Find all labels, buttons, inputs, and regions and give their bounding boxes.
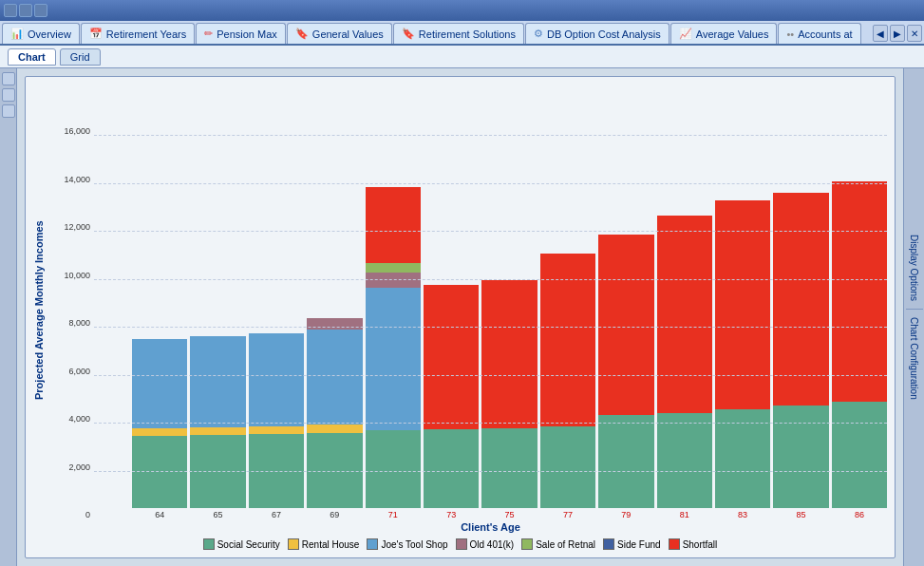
- legend-label: Sale of Retnal: [536, 539, 595, 550]
- bar-col-81[interactable]: 81: [657, 216, 712, 519]
- bar-seg-social_security: [132, 436, 187, 508]
- bar-seg-rental_house: [249, 426, 304, 434]
- bar-col-79[interactable]: 79: [598, 235, 653, 519]
- legend-color-rental-house: [288, 538, 299, 550]
- legend-label: Social Security: [217, 539, 280, 550]
- tab-pension[interactable]: ✏ Pension Max: [196, 23, 286, 44]
- y-labels: 02,0004,0006,0008,00010,00012,00014,0001…: [56, 88, 94, 519]
- minimize-btn[interactable]: [4, 4, 17, 17]
- bar-col-71[interactable]: 71: [366, 187, 421, 519]
- overview-icon: 📊: [10, 28, 24, 40]
- bar-seg-joes_tool_shop: [307, 330, 362, 424]
- legend-color-shortfall: [669, 538, 680, 550]
- right-sidebar: Display Options Chart Configuration: [903, 68, 924, 566]
- tab-retirement-years[interactable]: 📅 Retirement Years: [81, 23, 195, 44]
- tab-overview[interactable]: 📊 Overview: [2, 23, 80, 44]
- bar-seg-social_security: [657, 413, 712, 508]
- tab-nav-right[interactable]: ▶: [890, 25, 905, 42]
- tab-accounts[interactable]: •• Accounts at: [778, 23, 860, 44]
- tab-nav-close[interactable]: ✕: [907, 25, 922, 42]
- bar-seg-social_security: [832, 402, 887, 508]
- restore-btn[interactable]: [19, 4, 32, 17]
- bar-seg-rental_house: [307, 424, 362, 433]
- display-options-btn[interactable]: Display Options: [909, 231, 919, 305]
- x-label-67: 67: [272, 510, 281, 519]
- bar-col-73[interactable]: 73: [424, 285, 479, 519]
- avg-icon: 📈: [679, 28, 692, 40]
- bar-seg-social_security: [481, 428, 537, 508]
- db-icon: ⚙: [534, 28, 543, 40]
- close-btn[interactable]: [34, 4, 47, 17]
- bar-seg-rental_house: [132, 428, 187, 436]
- tab-general-values[interactable]: 🔖 General Values: [287, 23, 392, 44]
- bar-col-85[interactable]: 85: [773, 193, 828, 519]
- sub-tab-chart[interactable]: Chart: [8, 48, 56, 66]
- tab-db-option[interactable]: ⚙ DB Option Cost Analysis: [525, 23, 669, 44]
- bar-seg-old_401k: [307, 318, 362, 330]
- sidebar-btn-1[interactable]: [2, 72, 15, 85]
- bar-seg-joes_tool_shop: [190, 336, 245, 427]
- bar-col-64[interactable]: 64: [132, 339, 187, 519]
- legend-item-side-fund: Side Fund: [603, 538, 661, 550]
- bar-col-65[interactable]: 65: [190, 336, 245, 519]
- app-window: 📊 Overview 📅 Retirement Years ✏ Pension …: [0, 0, 924, 566]
- bar-seg-rental_house: [190, 427, 245, 435]
- bar-seg-social_security: [424, 429, 479, 508]
- y-tick-6000: 6,000: [56, 367, 90, 376]
- bar-seg-social_security: [249, 434, 304, 508]
- bar-col-77[interactable]: 77: [540, 254, 595, 519]
- tab-nav-arrows: ◀ ▶ ✕: [873, 25, 922, 44]
- chart-config-btn[interactable]: Chart Configuration: [909, 313, 919, 404]
- bar-seg-joes_tool_shop: [132, 339, 187, 428]
- bar-seg-joes_tool_shop: [366, 288, 421, 430]
- tab-average-values[interactable]: 📈 Average Values: [670, 23, 778, 44]
- legend-item-old-401(k): Old 401(k): [456, 538, 515, 550]
- bar-seg-social_security: [540, 426, 595, 508]
- x-label-65: 65: [214, 510, 223, 519]
- legend-color-joe's-tool-shop: [367, 538, 378, 550]
- y-tick-8000: 8,000: [56, 318, 90, 328]
- bar-seg-shortfall: [657, 216, 712, 413]
- bar-col-69[interactable]: 69: [307, 318, 362, 519]
- legend-item-shortfall: Shortfall: [669, 538, 718, 550]
- bar-seg-shortfall: [773, 193, 828, 406]
- legend-color-social-security: [203, 538, 215, 550]
- bar-seg-shortfall: [366, 187, 421, 263]
- legend-label: Joe's Tool Shop: [381, 539, 447, 550]
- x-label-77: 77: [563, 510, 573, 519]
- bar-col-83[interactable]: 83: [715, 200, 770, 519]
- sub-tab-grid[interactable]: Grid: [60, 48, 101, 66]
- bar-seg-social_security: [190, 435, 245, 508]
- pension-icon: ✏: [204, 28, 213, 40]
- tab-nav-left[interactable]: ◀: [873, 25, 888, 42]
- legend-item-social-security: Social Security: [203, 538, 280, 550]
- tab-bar: 📊 Overview 📅 Retirement Years ✏ Pension …: [0, 21, 924, 46]
- bar-seg-shortfall: [540, 254, 595, 426]
- bar-seg-social_security: [715, 409, 770, 508]
- x-label-69: 69: [330, 510, 339, 519]
- y-tick-16000: 16,000: [56, 126, 90, 136]
- y-tick-12000: 12,000: [56, 222, 90, 232]
- bar-col-75[interactable]: 75: [481, 280, 537, 519]
- y-axis-label: Projected Average Monthly Incomes: [33, 88, 52, 533]
- bar-seg-shortfall: [598, 235, 653, 415]
- sidebar-btn-3[interactable]: [2, 104, 15, 118]
- x-label-86: 86: [855, 510, 864, 519]
- legend-color-sale-of-retnal: [521, 538, 533, 550]
- bar-col-86[interactable]: 86: [832, 181, 887, 519]
- bar-seg-sale_of_retnal: [366, 263, 421, 273]
- chart-area: 02,0004,0006,0008,00010,00012,00014,0001…: [56, 88, 887, 519]
- title-bar: [0, 0, 924, 21]
- tab-retirement-solutions[interactable]: 🔖 Retirement Solutions: [393, 23, 524, 44]
- legend-color-old-401(k): [456, 538, 467, 550]
- bar-seg-social_security: [598, 415, 653, 508]
- bar-seg-social_security: [773, 406, 828, 508]
- bar-col-67[interactable]: 67: [249, 333, 304, 519]
- legend-label: Shortfall: [683, 539, 718, 550]
- accounts-icon: ••: [786, 28, 794, 40]
- bar-seg-shortfall: [481, 280, 537, 428]
- sidebar-btn-2[interactable]: [2, 88, 15, 102]
- solutions-icon: 🔖: [402, 28, 415, 40]
- x-label-64: 64: [155, 510, 164, 519]
- legend-item-joe's-tool-shop: Joe's Tool Shop: [367, 538, 447, 550]
